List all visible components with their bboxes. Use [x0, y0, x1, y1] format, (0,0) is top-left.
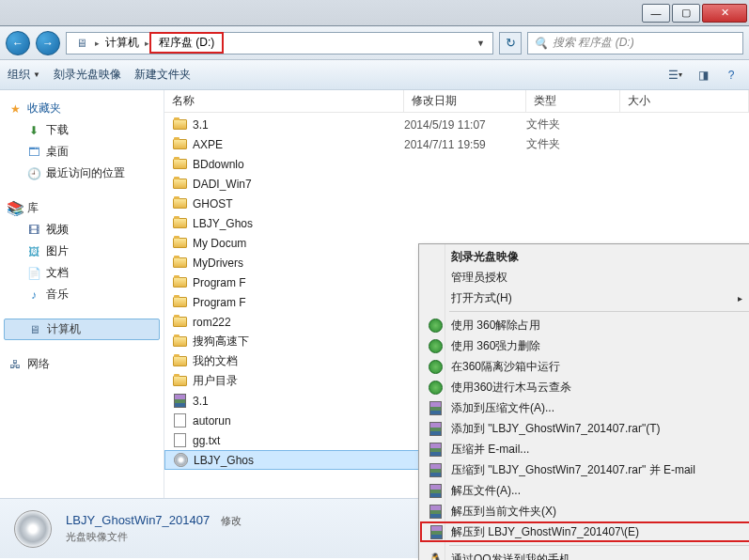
file-type: 文件夹: [526, 117, 620, 132]
menu-item-label: 压缩并 E-mail...: [451, 442, 529, 458]
burn-disc-image-button[interactable]: 刻录光盘映像: [54, 67, 121, 83]
menu-item[interactable]: 解压到当前文件夹(X): [421, 501, 749, 521]
column-name[interactable]: 名称: [164, 90, 404, 112]
folder-icon: [172, 256, 187, 271]
search-input[interactable]: 🔍 搜索 程序盘 (D:): [527, 32, 743, 54]
navigation-bar: ← → 🖥 ▸ 计算机 ▸ 程序盘 (D:) ▼ ↻ 🔍 搜索 程序盘 (D:): [0, 26, 749, 60]
details-subtitle: 光盘映像文件: [66, 530, 242, 544]
archive-icon: [172, 394, 187, 409]
menu-item[interactable]: 解压文件(A)...: [421, 480, 749, 501]
file-row[interactable]: LBJY_Ghos: [164, 213, 749, 233]
breadcrumb-computer[interactable]: 计算机: [100, 33, 145, 53]
column-type[interactable]: 类型: [526, 90, 620, 112]
forward-button[interactable]: →: [36, 31, 60, 55]
navigation-tree: ★收藏夹 ⬇下载 🗔桌面 🕘最近访问的位置 📚库 🎞视频 🖼图片 📄文档 ♪音乐…: [0, 90, 164, 498]
menu-item[interactable]: 添加到压缩文件(A)...: [421, 397, 749, 418]
breadcrumb-root[interactable]: 🖥: [69, 34, 95, 53]
menu-item[interactable]: 使用360进行木马云查杀: [421, 377, 749, 397]
tree-desktop[interactable]: 🗔桌面: [0, 141, 164, 163]
menu-item-label: 解压文件(A)...: [451, 483, 521, 499]
tree-computer[interactable]: 🖥计算机: [4, 319, 160, 340]
back-button[interactable]: ←: [6, 31, 30, 55]
file-name: autorun: [193, 414, 231, 428]
file-name: BDdownlo: [193, 158, 244, 171]
address-bar[interactable]: 🖥 ▸ 计算机 ▸ 程序盘 (D:) ▼: [66, 32, 493, 54]
file-row[interactable]: AXPE2014/7/11 19:59文件夹: [164, 134, 749, 154]
menu-item[interactable]: 压缩到 "LBJY_GhostWin7_201407.rar" 并 E-mail: [421, 459, 749, 480]
details-file-icon: [13, 509, 53, 549]
minimize-button[interactable]: —: [642, 4, 670, 23]
file-name: GHOST: [193, 197, 233, 210]
file-name: LBJY_Ghos: [194, 454, 254, 467]
menu-item[interactable]: 压缩并 E-mail...: [421, 439, 749, 459]
tree-pictures[interactable]: 🖼图片: [0, 241, 164, 262]
file-row[interactable]: DADI_Win7: [164, 174, 749, 194]
column-date[interactable]: 修改日期: [404, 90, 526, 112]
folder-icon: [172, 216, 187, 231]
file-name: Program F: [193, 296, 246, 309]
file-name: gg.txt: [193, 434, 220, 447]
tree-downloads[interactable]: ⬇下载: [0, 119, 164, 141]
preview-pane-button[interactable]: ◨: [693, 66, 713, 85]
column-size[interactable]: 大小: [620, 90, 749, 112]
folder-icon: [172, 334, 187, 350]
text-file-icon: [172, 433, 187, 448]
view-options-button[interactable]: ☰ ▾: [664, 66, 685, 85]
help-button[interactable]: ?: [721, 66, 741, 85]
360-icon: [428, 318, 443, 333]
file-row[interactable]: GHOST: [164, 194, 749, 213]
menu-item[interactable]: 管理员授权: [421, 267, 749, 288]
tree-recent[interactable]: 🕘最近访问的位置: [0, 163, 164, 184]
menu-item[interactable]: 在360隔离沙箱中运行: [421, 356, 749, 377]
breadcrumb-drive[interactable]: 程序盘 (D:): [149, 32, 224, 54]
menu-item[interactable]: 使用 360解除占用: [421, 315, 749, 335]
menu-item-label: 使用 360强力删除: [451, 338, 540, 354]
tree-videos[interactable]: 🎞视频: [0, 219, 164, 241]
folder-icon: [172, 374, 187, 389]
details-title: LBJY_GhostWin7_201407 修改: [66, 513, 242, 528]
search-placeholder: 搜索 程序盘 (D:): [553, 35, 634, 51]
tree-documents[interactable]: 📄文档: [0, 262, 164, 284]
file-name: 3.1: [193, 118, 209, 132]
menu-item[interactable]: 刻录光盘映像: [421, 246, 749, 267]
file-name: Program F: [193, 276, 246, 289]
file-name: LBJY_Ghos: [193, 217, 253, 230]
menu-item[interactable]: 使用 360强力删除: [421, 335, 749, 356]
file-date: 2014/5/19 11:07: [404, 118, 526, 132]
file-row[interactable]: BDdownlo: [164, 154, 749, 174]
archive-icon: [428, 421, 443, 436]
new-folder-button[interactable]: 新建文件夹: [134, 67, 191, 83]
file-list-area: 名称 修改日期 类型 大小 3.12014/5/19 11:07文件夹AXPE2…: [164, 90, 749, 498]
menu-item-label: 打开方式(H): [451, 290, 512, 306]
tree-favorites[interactable]: ★收藏夹: [0, 98, 164, 119]
maximize-button[interactable]: ▢: [672, 4, 700, 23]
qq-icon: 🐧: [428, 552, 443, 560]
menu-item-label: 添加到 "LBJY_GhostWin7_201407.rar"(T): [451, 421, 661, 437]
address-dropdown-icon[interactable]: ▼: [471, 39, 491, 48]
tree-music[interactable]: ♪音乐: [0, 284, 164, 305]
menu-item-label: 添加到压缩文件(A)...: [451, 400, 554, 416]
organize-menu[interactable]: 组织 ▼: [8, 67, 40, 83]
folder-icon: [172, 315, 187, 330]
refresh-button[interactable]: ↻: [499, 32, 522, 54]
window-titlebar: — ▢ ✕: [0, 0, 749, 26]
file-name: DADI_Win7: [193, 178, 252, 191]
tree-libraries[interactable]: 📚库: [0, 197, 164, 219]
file-name: 用户目录: [193, 373, 238, 389]
close-button[interactable]: ✕: [702, 4, 747, 23]
menu-item[interactable]: 添加到 "LBJY_GhostWin7_201407.rar"(T): [421, 418, 749, 439]
folder-icon: [172, 275, 187, 290]
tree-network[interactable]: 🖧网络: [0, 353, 164, 375]
archive-icon: [428, 504, 443, 519]
menu-item-label: 通过QQ发送到我的手机: [451, 552, 570, 561]
disc-image-icon: [173, 453, 188, 468]
file-name: 3.1: [193, 395, 209, 408]
folder-icon: [172, 157, 187, 172]
menu-item[interactable]: 解压到 LBJY_GhostWin7_201407\(E): [420, 521, 749, 542]
file-date: 2014/7/11 19:59: [404, 138, 526, 151]
menu-item-label: 解压到当前文件夹(X): [451, 504, 556, 520]
menu-item[interactable]: 🐧通过QQ发送到我的手机: [421, 549, 749, 560]
menu-item[interactable]: 打开方式(H): [421, 288, 749, 308]
file-row[interactable]: 3.12014/5/19 11:07文件夹: [164, 115, 749, 134]
main-area: ★收藏夹 ⬇下载 🗔桌面 🕘最近访问的位置 📚库 🎞视频 🖼图片 📄文档 ♪音乐…: [0, 90, 749, 498]
